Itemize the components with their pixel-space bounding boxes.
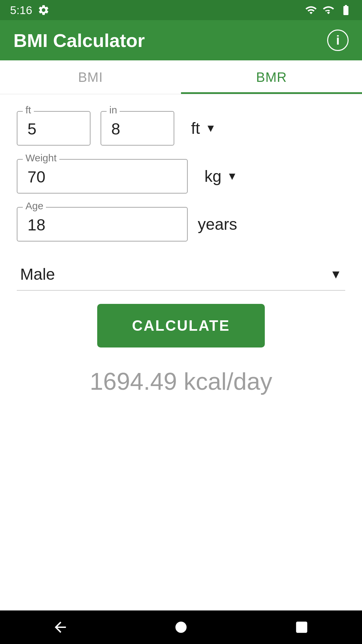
status-time: 5:16 <box>10 4 32 17</box>
height-in-input[interactable] <box>111 120 164 138</box>
height-ft-field[interactable]: ft <box>17 111 90 146</box>
height-ft-input[interactable] <box>27 120 80 138</box>
height-unit-label: ft <box>191 119 200 138</box>
height-in-label: in <box>107 104 120 116</box>
weight-label: Weight <box>23 152 59 164</box>
age-unit-label: years <box>198 215 237 233</box>
gender-label: Male <box>20 265 330 283</box>
home-icon <box>173 619 189 636</box>
weight-row: Weight kg ▼ <box>17 159 345 194</box>
recent-icon <box>293 619 310 636</box>
app-bar: BMI Calculator i <box>0 20 362 60</box>
gear-icon <box>38 4 50 16</box>
status-bar: 5:16 <box>0 0 362 20</box>
height-unit-dropdown[interactable]: ft ▼ <box>184 116 238 141</box>
weight-input[interactable] <box>27 168 177 186</box>
recent-button[interactable] <box>285 610 318 644</box>
svg-rect-1 <box>296 622 307 633</box>
status-right <box>305 4 352 16</box>
height-row: ft in ft ▼ <box>17 111 345 146</box>
svg-point-0 <box>175 622 186 633</box>
back-button[interactable] <box>44 610 77 644</box>
gender-arrow-icon: ▼ <box>330 267 342 281</box>
info-icon: i <box>336 33 340 48</box>
tab-bmi[interactable]: BMI <box>0 60 181 94</box>
weight-unit-arrow: ▼ <box>227 170 238 182</box>
age-row: Age years <box>17 207 345 241</box>
weight-unit-dropdown[interactable]: kg ▼ <box>198 164 251 189</box>
home-button[interactable] <box>164 610 198 644</box>
height-ft-label: ft <box>23 104 34 116</box>
calculate-button[interactable]: CALCULATE <box>97 304 265 347</box>
nav-bar <box>0 610 362 644</box>
height-unit-arrow: ▼ <box>205 122 216 135</box>
wifi-icon <box>305 4 317 16</box>
back-icon <box>52 619 69 636</box>
result-display: 1694.49 kcal/day <box>17 368 345 395</box>
battery-icon <box>340 4 352 16</box>
main-content: ft in ft ▼ Weight kg ▼ Age years Male <box>0 94 362 610</box>
age-label: Age <box>23 200 46 212</box>
status-left: 5:16 <box>10 4 50 17</box>
tabs: BMI BMR <box>0 60 362 94</box>
signal-icon <box>322 4 335 16</box>
age-field[interactable]: Age <box>17 207 188 241</box>
age-input[interactable] <box>27 216 177 234</box>
info-button[interactable]: i <box>327 30 349 51</box>
weight-field[interactable]: Weight <box>17 159 188 194</box>
weight-unit-label: kg <box>204 167 222 185</box>
tab-bmr[interactable]: BMR <box>181 60 362 94</box>
app-title: BMI Calculator <box>13 30 145 51</box>
height-in-field[interactable]: in <box>101 111 174 146</box>
gender-dropdown[interactable]: Male ▼ <box>17 258 345 290</box>
